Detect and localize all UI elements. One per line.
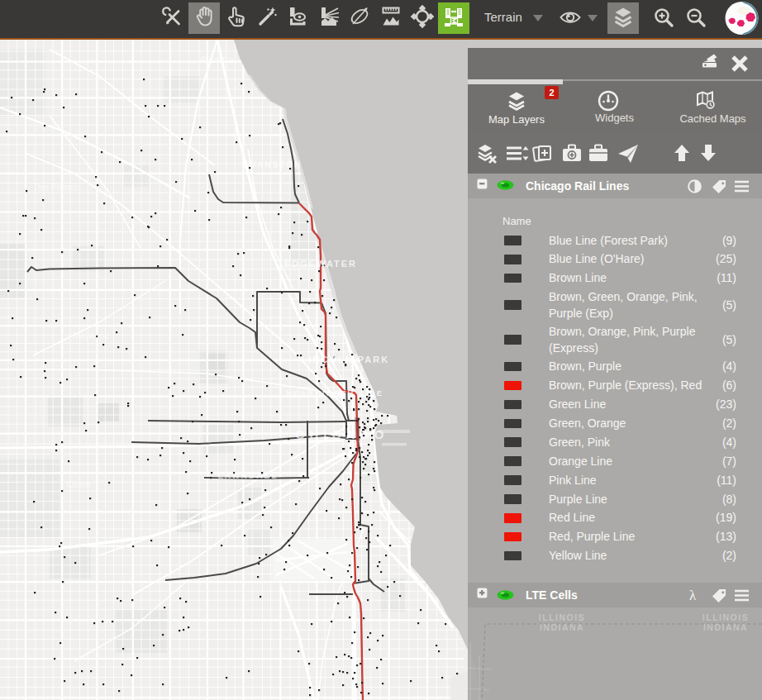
svg-text:ILLINOIS: ILLINOIS: [702, 612, 749, 622]
svg-text:LAWNDALE: LAWNDALE: [218, 471, 279, 480]
svg-text:CHICAGO: CHICAGO: [296, 427, 389, 441]
svg-text:Cicero: Cicero: [67, 480, 91, 489]
svg-text:Des Plaines: Des Plaines: [34, 183, 78, 192]
svg-text:INDIANA: INDIANA: [540, 622, 584, 632]
svg-text:EVANSTON: EVANSTON: [244, 160, 302, 169]
svg-text:ILLINOIS: ILLINOIS: [539, 612, 585, 622]
svg-text:INDIANA: INDIANA: [703, 622, 748, 632]
svg-text:NEAR NORTH SIDE: NEAR NORTH SIDE: [286, 388, 383, 398]
svg-text:Winnetka: Winnetka: [199, 55, 234, 64]
svg-text:EDGEWATER: EDGEWATER: [284, 259, 357, 269]
svg-text:LINCOLN PARK: LINCOLN PARK: [302, 355, 389, 364]
svg-text:Maywood: Maywood: [74, 331, 109, 340]
